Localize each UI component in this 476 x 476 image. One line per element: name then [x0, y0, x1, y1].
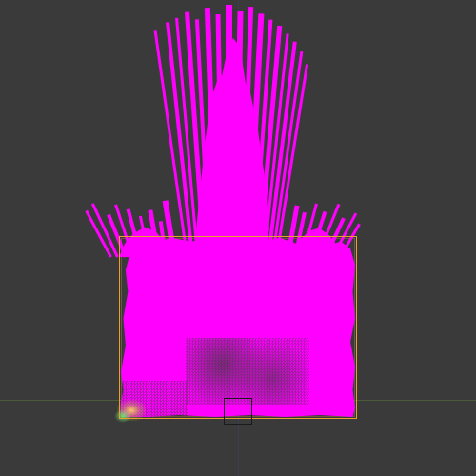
viewport-3d[interactable]	[0, 0, 476, 476]
domain-bounds[interactable]	[119, 236, 357, 419]
viewport-cursor-icon	[224, 398, 252, 425]
